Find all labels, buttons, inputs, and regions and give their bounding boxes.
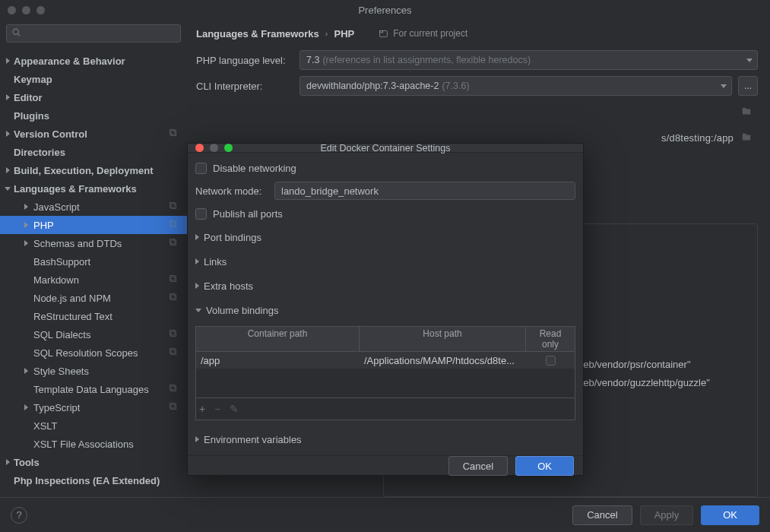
sidebar-item-build-execution-deployment[interactable]: Build, Execution, Deployment bbox=[0, 161, 187, 179]
project-icon bbox=[168, 237, 178, 249]
sidebar-item-javascript[interactable]: JavaScript bbox=[0, 198, 187, 216]
network-mode-input[interactable]: lando_bridge_network bbox=[274, 182, 575, 200]
project-icon bbox=[168, 201, 178, 213]
sidebar-item-label: Markdown bbox=[33, 274, 79, 286]
sidebar-item-xslt-file-associations[interactable]: XSLT File Associations bbox=[0, 435, 187, 453]
sidebar-item-tools[interactable]: Tools bbox=[0, 453, 187, 471]
search-icon bbox=[11, 27, 21, 40]
port-bindings-section[interactable]: Port bindings bbox=[195, 227, 575, 247]
folder-icon[interactable] bbox=[741, 131, 752, 144]
chevron-right-icon bbox=[6, 94, 10, 100]
project-icon bbox=[168, 401, 178, 413]
sidebar-item-php-inspections-ea-extended-[interactable]: Php Inspections (EA Extended) bbox=[0, 471, 187, 489]
project-icon bbox=[168, 328, 178, 340]
sidebar-item-label: Node.js and NPM bbox=[33, 293, 111, 304]
network-mode-label: Network mode: bbox=[195, 185, 268, 197]
svg-rect-3 bbox=[380, 30, 383, 32]
sidebar-item-languages-frameworks[interactable]: Languages & Frameworks bbox=[0, 179, 187, 198]
svg-rect-12 bbox=[170, 275, 175, 280]
project-icon bbox=[168, 274, 178, 286]
project-icon bbox=[168, 292, 178, 304]
sidebar-item-label: ReStructured Text bbox=[33, 311, 112, 322]
extra-hosts-section[interactable]: Extra hosts bbox=[195, 276, 575, 296]
breadcrumb-leaf: PHP bbox=[334, 28, 355, 40]
sidebar-item-bashsupport[interactable]: BashSupport bbox=[0, 252, 187, 271]
preferences-window: Preferences Languages & Frameworks › PHP… bbox=[0, 0, 770, 532]
sidebar-item-editor[interactable]: Editor bbox=[0, 88, 187, 106]
chevron-right-icon bbox=[6, 167, 10, 173]
lang-level-select[interactable]: 7.3 (references in list assignments, fle… bbox=[299, 50, 758, 70]
col-host-path: Host path bbox=[360, 327, 526, 351]
sidebar-item-keymap[interactable]: Keymap bbox=[0, 70, 187, 88]
sidebar-item-label: Keymap bbox=[14, 74, 52, 85]
readonly-checkbox[interactable] bbox=[546, 356, 556, 366]
dialog-cancel-button[interactable]: Cancel bbox=[448, 456, 508, 476]
volume-bindings-section[interactable]: Volume bindings bbox=[195, 300, 575, 320]
sidebar-item-label: Build, Execution, Deployment bbox=[14, 165, 153, 176]
sidebar-item-markdown[interactable]: Markdown bbox=[0, 271, 187, 289]
sidebar-item-label: Tools bbox=[14, 457, 40, 468]
folder-icon[interactable] bbox=[741, 106, 752, 119]
sidebar-item-schemas-and-dtds[interactable]: Schemas and DTDs bbox=[0, 234, 187, 252]
svg-rect-13 bbox=[171, 277, 176, 282]
svg-rect-4 bbox=[170, 129, 175, 135]
chevron-right-icon bbox=[24, 368, 28, 374]
add-icon[interactable]: + bbox=[199, 403, 205, 415]
remove-icon[interactable]: − bbox=[214, 403, 220, 415]
sidebar-item-appearance-behavior[interactable]: Appearance & Behavior bbox=[0, 52, 187, 70]
chevron-right-icon bbox=[6, 131, 10, 137]
sidebar-item-label: XSLT File Associations bbox=[33, 439, 134, 450]
cli-select[interactable]: devwithlando/php:7.3-apache-2 (7.3.6) bbox=[299, 76, 732, 96]
disable-networking-checkbox[interactable] bbox=[195, 163, 207, 174]
sidebar-item-template-data-languages[interactable]: Template Data Languages bbox=[0, 380, 187, 398]
sidebar-item-label: TypeScript bbox=[33, 402, 80, 413]
titlebar: Preferences bbox=[0, 0, 770, 20]
env-vars-section[interactable]: Environment variables bbox=[195, 429, 575, 449]
sidebar-item-label: Languages & Frameworks bbox=[14, 183, 137, 195]
svg-rect-11 bbox=[171, 240, 176, 245]
sidebar-item-version-control[interactable]: Version Control bbox=[0, 125, 187, 143]
sidebar-item-style-sheets[interactable]: Style Sheets bbox=[0, 362, 187, 380]
search-input[interactable] bbox=[6, 24, 181, 43]
sidebar-item-xslt[interactable]: XSLT bbox=[0, 416, 187, 435]
sidebar-item-node-js-and-npm[interactable]: Node.js and NPM bbox=[0, 289, 187, 307]
project-scope-badge: For current project bbox=[379, 28, 467, 39]
sidebar-item-typescript[interactable]: TypeScript bbox=[0, 398, 187, 416]
table-row[interactable]: /app /Applications/MAMP/htdocs/d8te... bbox=[196, 352, 575, 369]
sidebar-item-sql-resolution-scopes[interactable]: SQL Resolution Scopes bbox=[0, 344, 187, 362]
publish-all-checkbox[interactable] bbox=[195, 208, 207, 220]
sidebar-item-label: Directories bbox=[14, 147, 65, 158]
project-icon bbox=[168, 383, 178, 395]
chevron-down-icon bbox=[746, 59, 753, 62]
cli-more-button[interactable]: ... bbox=[738, 76, 758, 96]
sidebar-item-label: SQL Dialects bbox=[33, 329, 90, 340]
chevron-right-icon: › bbox=[325, 29, 328, 38]
window-title: Preferences bbox=[0, 5, 770, 16]
svg-rect-7 bbox=[171, 204, 176, 209]
svg-rect-17 bbox=[171, 331, 176, 337]
links-section[interactable]: Links bbox=[195, 252, 575, 271]
sidebar-item-restructured-text[interactable]: ReStructured Text bbox=[0, 307, 187, 325]
sidebar-item-plugins[interactable]: Plugins bbox=[0, 106, 187, 125]
sidebar-item-label: Schemas and DTDs bbox=[33, 238, 122, 249]
help-button[interactable]: ? bbox=[11, 507, 27, 524]
ok-button[interactable]: OK bbox=[701, 505, 759, 525]
settings-tree[interactable]: Appearance & BehaviorKeymapEditorPlugins… bbox=[0, 47, 187, 497]
breadcrumb: Languages & Frameworks › PHP For current… bbox=[196, 20, 758, 47]
project-icon bbox=[168, 128, 178, 140]
cli-label: CLI Interpreter: bbox=[196, 81, 293, 92]
bottom-bar: ? Cancel Apply OK bbox=[0, 497, 770, 532]
sidebar-item-php[interactable]: PHP bbox=[0, 216, 187, 234]
svg-rect-15 bbox=[171, 295, 176, 300]
chevron-down-icon bbox=[721, 84, 727, 88]
svg-line-1 bbox=[18, 34, 20, 36]
chevron-right-icon bbox=[24, 404, 28, 410]
col-container-path: Container path bbox=[196, 327, 360, 351]
publish-all-label: Publish all ports bbox=[213, 208, 283, 220]
sidebar-item-directories[interactable]: Directories bbox=[0, 143, 187, 161]
cancel-button[interactable]: Cancel bbox=[572, 505, 632, 525]
dialog-ok-button[interactable]: OK bbox=[515, 456, 574, 476]
edit-icon[interactable]: ✎ bbox=[230, 403, 239, 415]
svg-rect-18 bbox=[170, 348, 175, 353]
sidebar-item-sql-dialects[interactable]: SQL Dialects bbox=[0, 325, 187, 344]
